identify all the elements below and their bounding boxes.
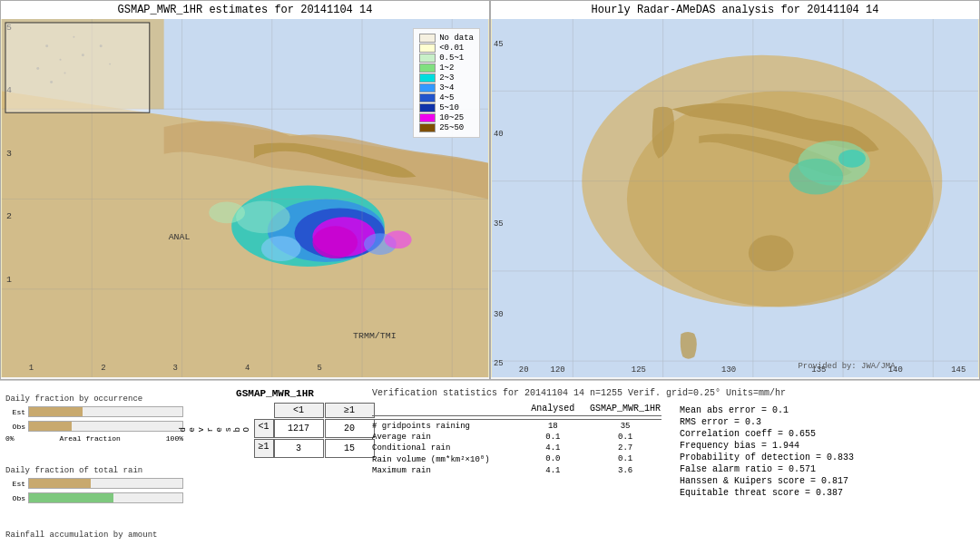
svg-point-8 [236,200,290,233]
verification-section: Verification statistics for 20141104 14 … [365,385,976,551]
stats-metrics: Mean abs error = 0.1 RMS error = 0.3 Cor… [676,404,969,500]
metric-3: Frequency bias = 1.944 [680,441,969,451]
legend-color-1-2 [419,63,436,73]
svg-text:2: 2 [6,211,12,221]
obs-rain-track [28,492,183,503]
svg-text:5: 5 [317,364,321,373]
left-map-area: 5 4 3 2 1 1 2 3 4 5 ANAL TRMM/TMI [1,19,489,377]
stat-row-3: Rain volume (mm*km²×10⁰) 0.0 0.1 [372,454,662,464]
stat-label-4: Maximum rain [372,466,517,475]
stat-row-4: Maximum rain 4.1 3.6 [372,466,662,475]
stat-label-3: Rain volume (mm*km²×10⁰) [372,454,517,464]
svg-text:130: 130 [721,365,736,375]
col2-header: GSMAP_MWR_1HR [589,404,662,414]
svg-point-49 [838,150,866,168]
legend-label-10-25: 10~25 [439,113,464,122]
observed-label: Observed [176,426,254,432]
svg-text:30: 30 [494,310,504,319]
svg-text:145: 145 [951,365,965,375]
svg-text:20: 20 [519,365,529,375]
map-legend: No data <0.01 0.5~1 1~2 [413,28,480,138]
legend-item-25-50: 25~50 [419,123,474,132]
legend-label-3-4: 3~4 [439,83,454,92]
svg-text:4: 4 [245,364,250,373]
legend-label-2-3: 2~3 [439,73,454,83]
svg-text:120: 120 [551,365,565,375]
metric-6: Hanssen & Kuipers score = 0.817 [680,476,969,486]
obs-occurrence-row: Obs [5,420,183,433]
legend-label-001: <0.01 [439,44,464,53]
svg-text:2: 2 [101,364,105,373]
legend-color-4-5 [419,93,436,102]
est-rain-label: Est [5,480,25,488]
stat-val1-4: 4.1 [517,466,590,475]
axis-middle: Areal fraction [60,434,121,443]
est-occurrence-fill [29,407,83,416]
legend-color-05-1 [419,54,436,63]
stat-label-1: Average rain [372,433,517,442]
legend-color-25-50 [419,123,436,132]
svg-text:Provided by: JWA/JMA: Provided by: JWA/JMA [798,362,896,371]
legend-color-10-25 [419,113,436,122]
verification-title: Verification statistics for 20141104 14 … [372,388,969,398]
stat-val1-3: 0.0 [517,454,590,464]
legend-color-5-10 [419,103,436,112]
legend-item-2-3: 2~3 [419,73,474,83]
metric-2: Correlation coeff = 0.655 [680,429,969,439]
col1-header: Analysed [517,404,590,414]
est-occurrence-row: Est [5,405,183,418]
est-occurrence-track [28,406,183,417]
cell-11: 1217 [274,419,324,438]
est-rain-fill [29,479,91,488]
legend-item-10-25: 10~25 [419,113,474,122]
obs-rain-label: Obs [5,494,25,502]
stat-val1-2: 4.1 [517,443,590,453]
stat-row-0: # gridpoints raining 18 35 [372,422,662,431]
occurrence-chart: Daily fraction by occurrence Est Obs 0% … [5,394,183,443]
stat-val2-3: 0.1 [589,454,662,464]
stat-label-2: Conditional rain [372,443,517,453]
stats-grid: Analysed GSMAP_MWR_1HR # gridpoints rain… [372,404,969,500]
metric-1: RMS error = 0.3 [680,417,969,427]
svg-point-46 [749,235,794,271]
legend-item-5-10: 5~10 [419,103,474,112]
legend-label-nodata: No data [439,34,474,43]
svg-text:ANAL: ANAL [169,232,191,242]
legend-label-4-5: 4~5 [439,93,454,102]
metric-7: Equitable threat score = 0.387 [680,488,969,498]
stat-val2-1: 0.1 [589,433,662,442]
axis-left: 0% [5,434,15,443]
legend-color-2-3 [419,73,436,83]
contingency-title: GSMAP_MWR_1HR [236,388,314,399]
stat-val2-0: 35 [589,422,662,431]
cell-21: 3 [274,439,324,458]
metric-0: Mean abs error = 0.1 [680,405,969,415]
obs-occurrence-track [28,421,183,432]
est-occurrence-label: Est [5,408,25,416]
obs-rain-row: Obs [5,492,183,504]
svg-point-9 [209,201,245,223]
svg-point-12 [385,230,412,248]
contingency-section: GSMAP_MWR_1HR Observed <1 ≥1 [189,385,361,551]
top-section: GSMAP_MWR_1HR estimates for 20141104 14 [0,0,980,381]
metric-4: Probability of detection = 0.833 [680,453,969,462]
stat-row-2: Conditional rain 4.1 2.7 [372,443,662,453]
svg-text:40: 40 [494,130,504,139]
rain-chart-title: Daily fraction of total rain [5,466,183,475]
stat-val1-0: 18 [517,422,590,431]
col-header-1: <1 [274,403,324,418]
legend-item-001: <0.01 [419,44,474,53]
stat-val1-1: 0.1 [517,433,590,442]
occurrence-axis: 0% Areal fraction 100% [5,434,183,443]
svg-rect-40 [5,23,150,112]
legend-item-1-2: 1~2 [419,63,474,73]
svg-text:1: 1 [29,364,34,373]
right-map-panel: Hourly Radar-AMeDAS analysis for 2014110… [490,0,980,380]
main-container: GSMAP_MWR_1HR estimates for 20141104 14 [0,0,980,555]
charts-section: Daily fraction by occurrence Est Obs 0% … [4,385,185,551]
obs-rain-fill [29,493,113,502]
right-map-svg: 45 40 35 30 25 120 125 130 135 140 145 P… [491,19,979,377]
rain-chart: Daily fraction of total rain Est Obs [5,466,183,506]
svg-text:45: 45 [494,40,504,49]
svg-text:3: 3 [6,149,12,159]
